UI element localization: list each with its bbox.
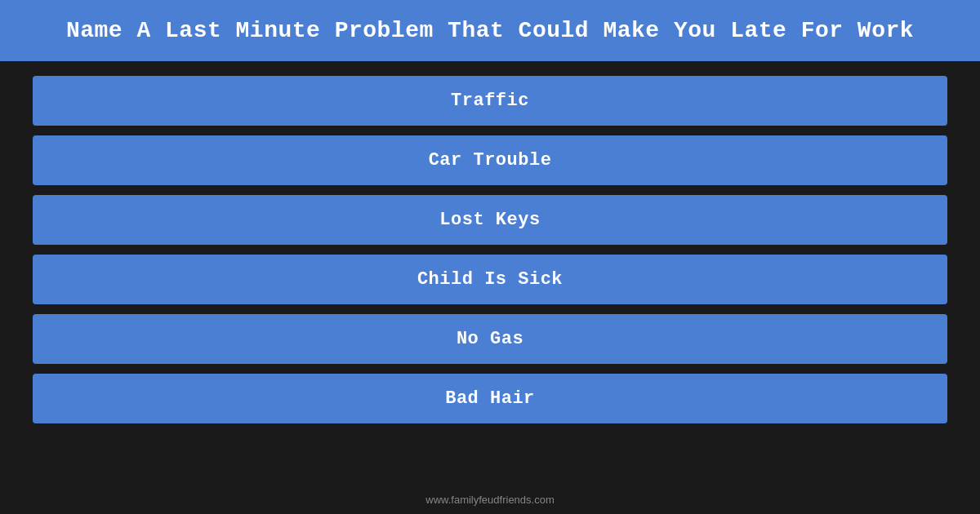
answer-text-1: Traffic xyxy=(451,91,529,111)
answer-text-5: No Gas xyxy=(457,329,523,349)
answer-text-3: Lost Keys xyxy=(439,210,540,230)
answer-text-6: Bad Hair xyxy=(445,388,535,409)
answer-row-4[interactable]: Child Is Sick xyxy=(33,255,947,304)
answer-text-2: Car Trouble xyxy=(429,150,552,171)
question-title: Name A Last Minute Problem That Could Ma… xyxy=(33,18,947,43)
answer-row-6[interactable]: Bad Hair xyxy=(33,374,947,423)
answer-text-4: Child Is Sick xyxy=(417,269,563,290)
footer-url: www.familyfeudfriends.com xyxy=(425,494,555,506)
header-section: Name A Last Minute Problem That Could Ma… xyxy=(0,0,980,61)
answer-row-1[interactable]: Traffic xyxy=(33,76,947,126)
answer-row-3[interactable]: Lost Keys xyxy=(33,195,947,245)
answers-container: TrafficCar TroubleLost KeysChild Is Sick… xyxy=(0,61,980,432)
footer-section: www.familyfeudfriends.com xyxy=(0,493,980,507)
answer-row-5[interactable]: No Gas xyxy=(33,314,947,364)
answer-row-2[interactable]: Car Trouble xyxy=(33,135,947,185)
